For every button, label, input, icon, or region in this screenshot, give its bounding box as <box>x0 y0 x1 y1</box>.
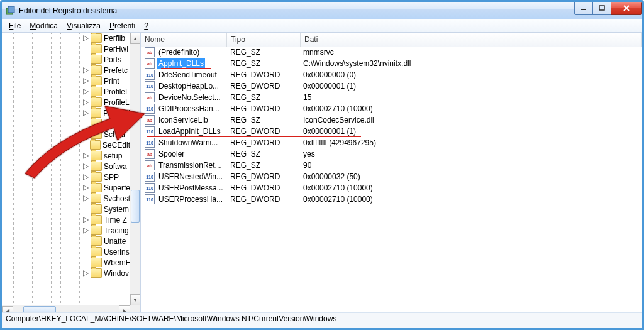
tree-item[interactable]: ▷Print <box>2 75 130 86</box>
column-header-type[interactable]: Tipo <box>227 33 301 47</box>
list-row[interactable]: abSpoolerREG_SZyes <box>141 148 642 160</box>
list-row[interactable]: 110DdeSendTimeoutREG_DWORD0x00000000 (0) <box>141 69 642 80</box>
maximize-button[interactable] <box>592 2 611 15</box>
tree-item[interactable]: WbemF <box>2 257 130 268</box>
tree-expander-icon[interactable]: ▷ <box>82 163 89 170</box>
tree-item[interactable]: ▷ProfileL <box>2 97 130 107</box>
column-header-data[interactable]: Dati <box>301 33 642 47</box>
list-row[interactable]: 110LoadAppInit_DLLsREG_DWORD0x00000001 (… <box>141 126 642 137</box>
tree-item[interactable]: ▷ProfileN <box>2 107 130 118</box>
list-row[interactable]: abAppInit_DLLsREG_SZC:\Windows\system32\… <box>141 58 642 69</box>
menu-file[interactable]: File <box>4 20 25 31</box>
value-data: 0x00002710 (10000) <box>299 104 642 113</box>
value-name: DesktopHeapLo... <box>157 81 220 91</box>
tree-expander-icon[interactable]: ▷ <box>82 77 89 84</box>
tree-expander-icon[interactable]: ▷ <box>82 67 89 74</box>
value-name: IconServiceLib <box>157 115 209 125</box>
tree-expander-icon[interactable]: ▷ <box>82 131 89 138</box>
tree-item[interactable]: SeCEdit <box>2 140 130 150</box>
value-type: REG_DWORD <box>226 127 299 136</box>
list-row[interactable]: 110USERProcessHa...REG_DWORD0x00002710 (… <box>141 194 642 205</box>
tree-expander-icon[interactable]: ▷ <box>82 270 89 277</box>
reg-sz-icon: ab <box>145 115 155 125</box>
tree-item[interactable]: ▷Sched <box>2 129 130 140</box>
tree-item-label: Userins <box>104 248 130 256</box>
list-row[interactable]: abTransmissionRet...REG_SZ90 <box>141 160 642 171</box>
value-type: REG_SZ <box>226 161 299 170</box>
tree-list[interactable]: ▷PerflibPerHwIPorts▷Prefetc▷Print▷Profil… <box>2 33 130 305</box>
tree-item[interactable]: ▷Windov <box>2 268 130 278</box>
list-row[interactable]: 110USERNestedWin...REG_DWORD0x00000032 (… <box>141 171 642 182</box>
menu-favorites[interactable]: Preferiti <box>105 20 140 31</box>
list-row[interactable]: 110DesktopHeapLo...REG_DWORD0x00000001 (… <box>141 80 642 92</box>
folder-icon <box>91 44 102 53</box>
tree-expander-icon[interactable]: ▷ <box>82 88 89 95</box>
scroll-up-button[interactable]: ▲ <box>130 33 140 44</box>
value-type: REG_DWORD <box>226 104 299 113</box>
tree-item[interactable]: ▷Tracing <box>2 225 130 236</box>
tree-item[interactable]: related. <box>2 118 130 129</box>
list-row[interactable]: 110USERPostMessa...REG_DWORD0x00002710 (… <box>141 182 642 194</box>
tree-expander-icon[interactable]: ▷ <box>82 173 89 180</box>
folder-icon <box>91 204 102 214</box>
tree-expander-icon[interactable]: ▷ <box>82 152 89 159</box>
tree-item[interactable]: Ports <box>2 54 130 65</box>
value-name: DeviceNotSelect... <box>157 92 222 102</box>
tree-expander-icon[interactable]: ▷ <box>82 195 89 202</box>
tree-item-label: Unatte <box>104 237 126 246</box>
folder-icon <box>91 129 102 139</box>
value-name: (Predefinito) <box>157 47 201 57</box>
menu-edit[interactable]: Modifica <box>25 20 62 31</box>
content-area: ▷PerflibPerHwIPorts▷Prefetc▷Print▷Profil… <box>2 32 642 316</box>
list-body[interactable]: ab(Predefinito)REG_SZmnmsrvcabAppInit_DL… <box>141 47 642 316</box>
tree-expander-icon[interactable]: ▷ <box>82 99 89 106</box>
reg-bin-icon: 110 <box>145 81 155 91</box>
value-data: 0x00000001 (1) <box>299 82 642 91</box>
menu-view[interactable]: Visualizza <box>62 20 105 31</box>
tree-item-label: ProfileN <box>103 109 130 118</box>
titlebar[interactable]: Editor del Registro di sistema <box>2 2 642 19</box>
tree-item[interactable]: ▷ProfileL <box>2 86 130 97</box>
folder-icon <box>91 65 102 75</box>
tree-item-label: Print <box>104 77 119 85</box>
value-name: DdeSendTimeout <box>157 70 218 80</box>
tree-expander-icon[interactable]: ▷ <box>82 109 89 116</box>
tree-item[interactable]: System <box>2 204 130 214</box>
tree-item-label: Time Z <box>104 216 127 224</box>
tree-expander-icon[interactable]: ▷ <box>82 35 89 41</box>
tree-item[interactable]: ▷setup <box>2 150 130 161</box>
menu-help[interactable]: ? <box>140 20 153 31</box>
list-row[interactable]: abIconServiceLibREG_SZIconCodecService.d… <box>141 114 642 126</box>
tree-scrollbar-vertical[interactable]: ▲ ▼ <box>130 33 140 305</box>
tree-item[interactable]: ▷Superfe <box>2 182 130 193</box>
minimize-button[interactable] <box>574 2 593 15</box>
tree-item[interactable]: ▷Time Z <box>2 214 130 225</box>
scroll-down-button[interactable]: ▼ <box>130 294 140 305</box>
tree-item-label: SeCEdit <box>103 141 130 150</box>
folder-icon <box>91 183 102 192</box>
list-row[interactable]: 110GDIProcessHan...REG_DWORD0x00002710 (… <box>141 103 642 114</box>
tree-item[interactable]: ▷Perflib <box>2 33 130 43</box>
tree-item[interactable]: ▷Softwa <box>2 161 130 172</box>
tree-item-label: Prefetc <box>104 66 128 75</box>
tree-item[interactable]: ▷SPP <box>2 172 130 182</box>
tree-item[interactable]: Userins <box>2 246 130 257</box>
list-pane: Nome Tipo Dati ab(Predefinito)REG_SZmnms… <box>141 33 642 316</box>
value-name: GDIProcessHan... <box>157 104 221 114</box>
tree-item[interactable]: ▷Svchost <box>2 193 130 204</box>
scroll-thumb-vertical[interactable] <box>131 190 140 223</box>
tree-item[interactable]: PerHwI <box>2 43 130 54</box>
tree-item[interactable]: ▷Prefetc <box>2 65 130 75</box>
list-row[interactable]: ab(Predefinito)REG_SZmnmsrvc <box>141 47 642 58</box>
close-button[interactable] <box>611 2 642 15</box>
tree-expander-icon[interactable]: ▷ <box>82 216 89 223</box>
tree-expander-icon[interactable]: ▷ <box>82 227 89 234</box>
folder-icon <box>91 76 102 85</box>
folder-icon <box>91 87 102 96</box>
list-row[interactable]: abDeviceNotSelect...REG_SZ15 <box>141 92 642 103</box>
tree-expander-icon[interactable]: ▷ <box>82 184 89 191</box>
list-row[interactable]: 110ShutdownWarni...REG_DWORD0xffffffff (… <box>141 137 642 148</box>
app-icon <box>6 6 16 16</box>
column-header-name[interactable]: Nome <box>141 33 227 47</box>
tree-item[interactable]: Unatte <box>2 236 130 246</box>
